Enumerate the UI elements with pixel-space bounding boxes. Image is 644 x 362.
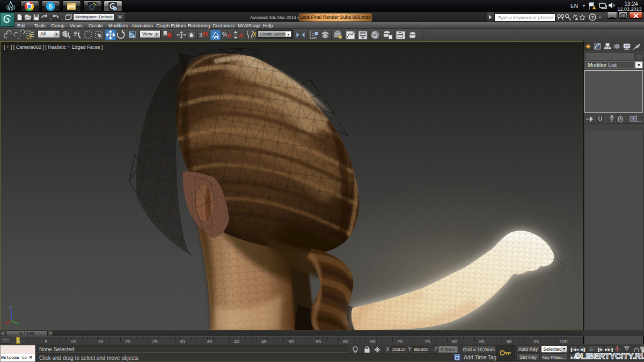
svg-text:3: 3 [199, 32, 202, 38]
svg-text:z: z [10, 305, 12, 309]
svg-text:?: ? [591, 15, 594, 20]
svg-text:S: S [48, 3, 52, 10]
svg-text:%: % [222, 32, 227, 38]
